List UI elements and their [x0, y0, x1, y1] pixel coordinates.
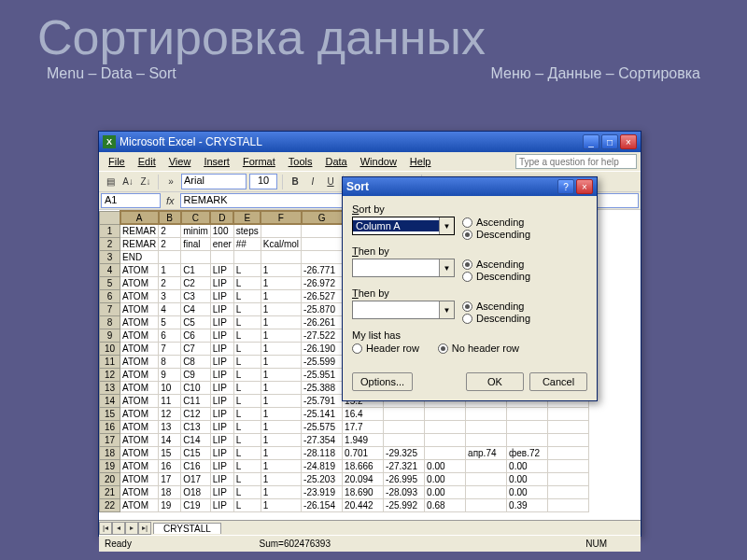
cell[interactable]: LIP — [210, 433, 233, 446]
cell[interactable]: 17.7 — [343, 420, 384, 433]
row-header[interactable]: 4 — [100, 263, 120, 276]
col-header[interactable]: C — [181, 211, 211, 224]
cell[interactable]: L — [233, 368, 261, 381]
cell[interactable] — [425, 407, 466, 420]
cell[interactable]: 0.00 — [507, 472, 548, 485]
table-row[interactable]: 20ATOM17O17LIPL1-25.20320.094-26.9950.00… — [100, 472, 589, 485]
cell[interactable]: 0.00 — [425, 485, 466, 498]
cell[interactable] — [507, 407, 548, 420]
cell[interactable]: -26.261 — [302, 315, 343, 329]
cell[interactable]: 1 — [261, 446, 301, 459]
cell[interactable]: 1 — [261, 276, 301, 289]
col-header[interactable]: G — [302, 211, 343, 224]
cell[interactable]: C14 — [181, 433, 211, 446]
cell[interactable]: LIP — [210, 289, 233, 302]
cell[interactable]: -26.154 — [302, 498, 343, 511]
cell[interactable]: L — [233, 289, 261, 302]
cell[interactable]: LIP — [210, 329, 233, 342]
cell[interactable]: ATOM — [120, 446, 159, 459]
row-header[interactable]: 9 — [100, 329, 120, 342]
chevron-down-icon[interactable]: ▼ — [439, 301, 454, 318]
cell[interactable]: ATOM — [120, 407, 159, 420]
cell[interactable]: 9 — [159, 368, 181, 381]
cell[interactable]: C16 — [181, 459, 211, 472]
cell[interactable]: 1 — [261, 459, 301, 472]
cell[interactable]: 14 — [159, 433, 181, 446]
italic-icon[interactable]: I — [305, 175, 320, 189]
cell[interactable]: -26.771 — [302, 263, 343, 276]
col-header[interactable]: A — [120, 211, 159, 224]
dialog-help-button[interactable]: ? — [557, 179, 574, 194]
help-search-input[interactable] — [515, 154, 637, 169]
cell[interactable]: -25.870 — [302, 302, 343, 315]
cell[interactable]: L — [233, 302, 261, 315]
fx-icon[interactable]: fx — [161, 195, 180, 206]
thenby2-ascending-radio[interactable]: Ascending — [462, 301, 530, 312]
cell[interactable]: ATOM — [120, 355, 159, 368]
cell[interactable]: L — [233, 276, 261, 289]
menu-file[interactable]: File — [103, 154, 131, 169]
cell[interactable]: -26.972 — [302, 276, 343, 289]
thenby1-ascending-radio[interactable]: Ascending — [462, 259, 530, 270]
cell[interactable]: 0.00 — [425, 472, 466, 485]
cell[interactable]: 1 — [261, 394, 301, 407]
cell[interactable] — [548, 446, 589, 459]
row-header[interactable]: 3 — [100, 250, 120, 263]
cell[interactable] — [261, 250, 301, 263]
cell[interactable]: C9 — [181, 368, 211, 381]
cell[interactable] — [466, 420, 507, 433]
maximize-button[interactable]: □ — [601, 134, 618, 149]
row-header[interactable]: 5 — [100, 276, 120, 289]
cell[interactable]: REMAR — [120, 237, 159, 250]
cell[interactable] — [466, 472, 507, 485]
cell[interactable]: 6 — [159, 329, 181, 342]
col-header[interactable]: B — [159, 211, 181, 224]
cell[interactable]: L — [233, 263, 261, 276]
ok-button[interactable]: OK — [466, 372, 524, 391]
cell[interactable] — [466, 407, 507, 420]
cell[interactable]: LIP — [210, 459, 233, 472]
cell[interactable] — [466, 433, 507, 446]
font-size-select[interactable]: 10 — [249, 174, 277, 189]
cell[interactable]: 16.4 — [343, 407, 384, 420]
cell[interactable]: 1 — [261, 472, 301, 485]
cell[interactable]: апр.74 — [466, 446, 507, 459]
cell[interactable]: ATOM — [120, 368, 159, 381]
chevron-down-icon[interactable]: ▼ — [439, 217, 454, 234]
open-icon[interactable]: ▤ — [103, 175, 118, 189]
table-row[interactable]: 18ATOM15C15LIPL1-28.1180.701-29.325апр.7… — [100, 446, 589, 459]
cell[interactable] — [261, 224, 301, 237]
thenby1-combo[interactable]: ▼ — [352, 259, 455, 277]
cell[interactable]: 1 — [261, 420, 301, 433]
tab-prev-icon[interactable]: ◂ — [112, 522, 125, 535]
cell[interactable]: O18 — [181, 485, 211, 498]
row-header[interactable]: 17 — [100, 433, 120, 446]
cell[interactable]: C1 — [181, 263, 211, 276]
cell[interactable]: L — [233, 355, 261, 368]
cell[interactable]: -25.791 — [302, 394, 343, 407]
cell[interactable]: C7 — [181, 342, 211, 355]
row-header[interactable]: 10 — [100, 342, 120, 355]
cell[interactable]: 100 — [210, 224, 233, 237]
cell[interactable]: L — [233, 433, 261, 446]
cell[interactable]: C15 — [181, 446, 211, 459]
cell[interactable]: 18.690 — [343, 485, 384, 498]
cell[interactable]: 17 — [159, 472, 181, 485]
cell[interactable] — [466, 459, 507, 472]
cell[interactable]: 1 — [261, 368, 301, 381]
minimize-button[interactable]: _ — [583, 134, 599, 149]
cell[interactable]: L — [233, 342, 261, 355]
cell[interactable]: C19 — [181, 498, 211, 511]
cell[interactable] — [425, 446, 466, 459]
cell[interactable]: 2 — [159, 224, 181, 237]
row-header[interactable]: 11 — [100, 355, 120, 368]
cell[interactable] — [548, 407, 589, 420]
cell[interactable]: ATOM — [120, 329, 159, 342]
cell[interactable]: ATOM — [120, 381, 159, 394]
cell[interactable]: 12 — [159, 407, 181, 420]
row-header[interactable]: 22 — [100, 498, 120, 511]
cell[interactable] — [302, 224, 343, 237]
tab-last-icon[interactable]: ▸| — [138, 522, 151, 535]
cell[interactable]: фев.72 — [507, 446, 548, 459]
menu-format[interactable]: Format — [237, 154, 281, 169]
